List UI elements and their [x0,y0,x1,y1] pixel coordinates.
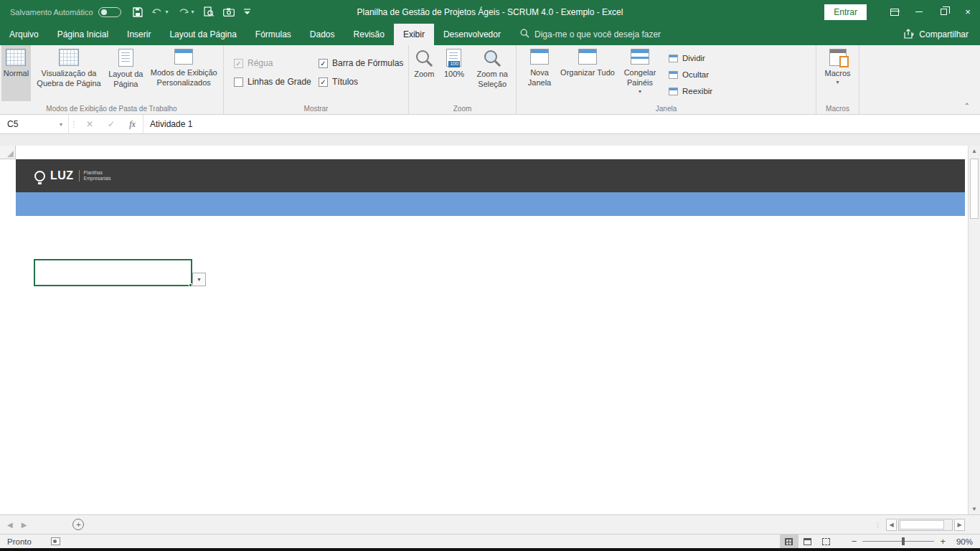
zoom-icon [483,49,501,67]
checkbox-linhas-de-grade[interactable]: Linhas de Grade [234,72,319,91]
ribbon-tab-arquivo[interactable]: Arquivo [0,24,48,45]
workbook-nav-bar: LUZ Planilhas Empresariais [16,159,965,192]
sheet-nav-right-icon[interactable]: ▶ [22,521,27,529]
vertical-scroll-thumb[interactable] [970,159,979,219]
luz-brand: LUZ Planilhas Empresariais [16,159,122,192]
zoom-button-100-[interactable]: 100100% [440,45,469,101]
window-button-ocultar[interactable]: Ocultar [669,67,716,82]
sheet-gap-strip [0,134,980,146]
customize-quick-access-icon[interactable] [244,9,250,16]
lightbulb-icon [34,171,45,182]
status-ready-label: Pronto [7,537,32,546]
view-mode-modos-de-exibição-personalizados[interactable]: Modos de Exibição Personalizados [144,45,223,101]
hscroll-thumb[interactable] [900,520,944,529]
ribbon-display-options-icon[interactable] [882,0,907,24]
normal-view-icon[interactable] [780,534,798,548]
page-layout-view-icon[interactable] [798,534,817,548]
status-bar: Pronto − + 90% [0,534,980,548]
formula-bar-separator: ⋮ [69,115,79,133]
zoom-slider-thumb[interactable] [902,537,905,545]
zoom-button-zoom-na-seleção[interactable]: Zoom na Seleção [468,45,516,101]
view-mode-layout-da-página[interactable]: Layout da Página [107,45,144,101]
window-button-dividir[interactable]: Dividir [669,51,716,65]
checkbox-icon: ✓ [234,59,243,68]
search-icon [520,29,529,40]
checkbox-títulos[interactable]: ✓Títulos [319,72,419,91]
window-button-congelar-painéis[interactable]: Congelar Painéis▾ [616,45,664,101]
select-all-button[interactable] [0,146,16,159]
camera-icon[interactable] [223,8,235,17]
ribbon-tab-desenvolvedor[interactable]: Desenvolvedor [434,24,510,45]
save-icon[interactable] [133,7,143,17]
ribbon-tab-layout-da-página[interactable]: Layout da Página [160,24,245,45]
name-box[interactable]: C5▾ [0,115,69,133]
zoom-button-zoom[interactable]: Zoom [409,45,440,101]
page-break-view-icon[interactable] [817,534,836,548]
scroll-up-icon[interactable]: ▲ [969,146,980,156]
redo-icon[interactable] [178,7,189,17]
insert-function-icon[interactable]: fx [122,115,143,133]
autosave-control[interactable]: Salvamento Automático [10,7,121,17]
hscroll-right-icon[interactable]: ▶ [954,519,965,531]
vertical-scrollbar[interactable]: ▲ ▼ [968,146,980,514]
excel-window: Salvamento Automático ▾ ▾ Planilha de Ge… [0,0,980,551]
window-title: Planilha de Gestão de Projetos Ágeis - S… [357,7,623,17]
window-button-reexibir[interactable]: Reexibir [669,84,716,98]
macro-record-icon[interactable] [51,537,60,545]
new-sheet-button[interactable]: + [72,519,84,530]
ribbon-tab-revisão[interactable]: Revisão [344,24,394,45]
scroll-down-icon[interactable]: ▼ [969,504,980,514]
scrollbar-resize-dots[interactable]: ⋮ [875,522,881,529]
print-preview-icon[interactable] [204,6,214,17]
sheet-nav-left-icon[interactable]: ◀ [7,521,13,529]
ribbon-tab-fórmulas[interactable]: Fórmulas [246,24,301,45]
view-mode-visualização-da-quebra-de-página[interactable]: Visualização da Quebra de Página [31,45,107,101]
undo-dropdown-icon[interactable]: ▾ [166,9,169,15]
checkbox-régua[interactable]: ✓Régua [234,54,319,72]
hscroll-left-icon[interactable]: ◀ [886,519,897,531]
checkbox-barra-de-fórmulas[interactable]: ✓Barra de Fórmulas [319,54,419,72]
zoom-icon: 100 [446,49,461,67]
ribbon: NormalVisualização da Quebra de PáginaLa… [0,45,980,115]
autosave-toggle[interactable] [98,7,121,17]
share-button[interactable]: Compartilhar [904,24,969,45]
zoom-in-icon[interactable]: + [940,536,946,547]
enter-icon[interactable]: ✓ [100,115,122,133]
redo-dropdown-icon[interactable]: ▾ [192,9,194,15]
zoom-slider[interactable] [862,541,934,542]
zoom-out-icon[interactable]: − [852,536,857,547]
workbook-view-icon [174,49,193,65]
collapse-ribbon-icon[interactable]: ⌃ [964,102,970,110]
group-label-view-modes: Modos de Exibição de Pasta de Trabalho [0,105,223,113]
ribbon-group-macros: Macros ▾ Macros [816,45,859,114]
window-button-organizar-tudo[interactable]: Organizar Tudo [560,45,616,101]
ribbon-tab-inserir[interactable]: Inserir [118,24,160,45]
tell-me-search[interactable]: Diga-me o que você deseja fazer [520,24,661,45]
macros-button[interactable]: Macros ▾ [818,45,858,101]
minimize-icon[interactable] [907,0,931,24]
ribbon-group-show: ✓Régua✓Barra de FórmulasLinhas de Grade✓… [224,45,409,114]
cell-validation-dropdown-icon[interactable]: ▼ [192,273,206,286]
window-button-nova-janela[interactable]: Nova Janela [519,45,560,101]
quick-access-toolbar: ▾ ▾ [133,6,250,17]
hscroll-track[interactable] [898,519,953,531]
ribbon-tab-dados[interactable]: Dados [301,24,344,45]
horizontal-scrollbar[interactable]: ⋮ ◀ ▶ [875,519,965,531]
formula-input[interactable]: Atividade 1 [143,115,980,133]
ribbon-tab-exibir[interactable]: Exibir [394,24,434,45]
window-icon [631,49,649,65]
sheet-tab-bar: ◀ ▶ + ⋮ ◀ ▶ [0,514,980,534]
sign-in-button[interactable]: Entrar [824,4,867,20]
name-box-dropdown-icon[interactable]: ▾ [60,121,62,128]
zoom-level-label: 90% [946,537,973,546]
restore-icon[interactable] [931,0,956,24]
close-icon[interactable]: × [956,0,980,24]
window-mini-icon [669,88,678,95]
view-mode-normal[interactable]: Normal [1,45,31,101]
cancel-icon[interactable]: ✕ [79,115,100,133]
title-bar: Salvamento Automático ▾ ▾ Planilha de Ge… [0,0,980,24]
brand-subtitle: Planilhas Empresariais [79,170,111,182]
ribbon-tab-página-inicial[interactable]: Página Inicial [48,24,118,45]
undo-icon[interactable] [152,7,163,17]
window-mini-icon [669,55,678,62]
